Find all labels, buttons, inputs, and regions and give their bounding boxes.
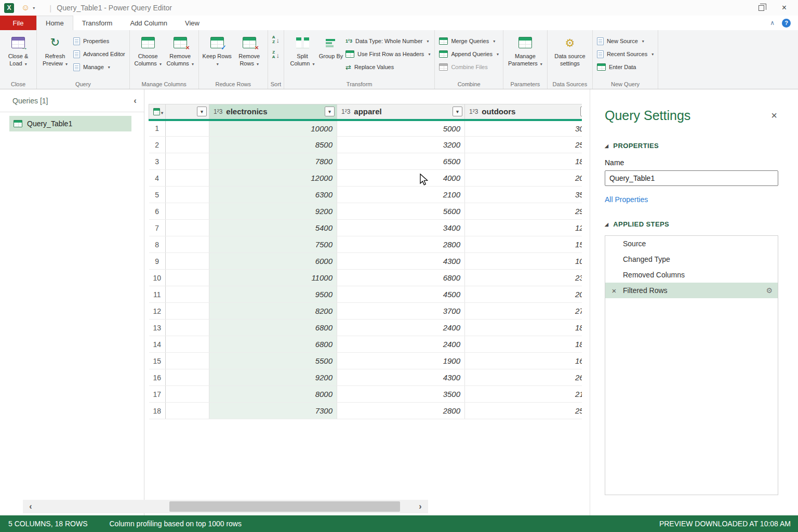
status-profiling-info[interactable]: Column profiling based on top 1000 rows <box>109 520 242 528</box>
apparel-cell[interactable]: 2100 <box>337 187 465 203</box>
tab-file[interactable]: File <box>0 16 36 30</box>
scroll-right-icon[interactable]: › <box>413 502 428 511</box>
row-number-cell[interactable]: 10 <box>149 270 166 286</box>
quick-access-dropdown-icon[interactable]: ▾ <box>33 6 35 10</box>
properties-button[interactable]: Properties <box>71 36 127 46</box>
blank-cell[interactable] <box>166 236 209 253</box>
row-number-cell[interactable]: 13 <box>149 320 166 336</box>
row-number-cell[interactable]: 6 <box>149 203 166 220</box>
row-number-cell[interactable]: 8 <box>149 236 166 253</box>
close-settings-pane-icon[interactable]: × <box>771 110 777 121</box>
tab-home[interactable]: Home <box>36 16 73 30</box>
blank-cell[interactable] <box>166 353 209 369</box>
horizontal-scrollbar[interactable]: ‹ › <box>23 500 428 513</box>
new-source-button[interactable]: New Source▾ <box>595 36 656 46</box>
applied-steps-section-header[interactable]: ◢ APPLIED STEPS <box>605 220 778 228</box>
group-by-button[interactable]: Group By <box>318 33 343 60</box>
use-first-row-as-headers-button[interactable]: Use First Row as Headers▾ <box>343 49 432 59</box>
enter-data-button[interactable]: Enter Data <box>595 62 656 72</box>
scroll-left-icon[interactable]: ‹ <box>23 502 38 511</box>
delete-step-icon[interactable]: × <box>605 286 623 295</box>
outdoors-cell[interactable]: 150 <box>465 236 582 253</box>
filter-dropdown-icon[interactable]: ▾ <box>580 107 582 116</box>
blank-cell[interactable] <box>166 303 209 320</box>
filter-dropdown-icon[interactable]: ▾ <box>453 107 462 116</box>
apparel-cell[interactable]: 6800 <box>337 270 465 286</box>
collapse-ribbon-icon[interactable]: ∧ <box>770 19 775 26</box>
scrollbar-track[interactable] <box>38 500 413 513</box>
electronics-cell[interactable]: 7300 <box>209 403 337 419</box>
apparel-cell[interactable]: 4300 <box>337 369 465 386</box>
outdoors-cell[interactable]: 200 <box>465 170 582 187</box>
apparel-cell[interactable]: 3700 <box>337 303 465 320</box>
choose-columns-button[interactable]: Choose Columns ▾ <box>132 33 164 68</box>
apparel-cell[interactable]: 2400 <box>337 320 465 336</box>
apparel-cell[interactable]: 4000 <box>337 170 465 187</box>
outdoors-cell[interactable]: 250 <box>465 137 582 153</box>
filter-dropdown-icon[interactable]: ▾ <box>197 107 207 116</box>
apparel-cell[interactable]: 3500 <box>337 386 465 403</box>
blank-cell[interactable] <box>166 286 209 303</box>
electronics-cell[interactable]: 6000 <box>209 253 337 270</box>
replace-values-button[interactable]: ⇄Replace Values <box>343 62 432 72</box>
advanced-editor-button[interactable]: Advanced Editor <box>71 49 127 59</box>
data-type-button[interactable]: 1²3Data Type: Whole Number▾ <box>343 36 432 46</box>
apparel-cell[interactable]: 3200 <box>337 137 465 153</box>
electronics-cell[interactable]: 6300 <box>209 187 337 203</box>
apparel-cell[interactable]: 5600 <box>337 203 465 220</box>
blank-cell[interactable] <box>166 253 209 270</box>
blank-cell[interactable] <box>166 203 209 220</box>
tab-add-column[interactable]: Add Column <box>121 16 176 30</box>
apparel-cell[interactable]: 4300 <box>337 253 465 270</box>
blank-cell[interactable] <box>166 153 209 170</box>
electronics-cell[interactable]: 7500 <box>209 236 337 253</box>
step-settings-gear-icon[interactable]: ⚙ <box>766 286 773 295</box>
outdoors-cell[interactable]: 180 <box>465 336 582 353</box>
table-corner-menu-button[interactable]: ▾ <box>149 104 166 120</box>
applied-step-filtered-rows[interactable]: ×Filtered Rows⚙ <box>605 283 778 298</box>
blank-cell[interactable] <box>166 320 209 336</box>
electronics-cell[interactable]: 9500 <box>209 286 337 303</box>
manage-parameters-button[interactable]: Manage Parameters ▾ <box>506 33 545 68</box>
column-header-outdoors[interactable]: 1²3outdoors▾ <box>465 104 582 120</box>
row-number-cell[interactable]: 18 <box>149 403 166 419</box>
electronics-cell[interactable]: 6800 <box>209 336 337 353</box>
blank-cell[interactable] <box>166 403 209 419</box>
row-number-cell[interactable]: 2 <box>149 137 166 153</box>
blank-cell[interactable] <box>166 120 209 137</box>
remove-rows-button[interactable]: × Remove Rows ▾ <box>233 33 265 68</box>
outdoors-cell[interactable]: 290 <box>465 203 582 220</box>
recent-sources-button[interactable]: Recent Sources▾ <box>595 49 656 59</box>
outdoors-cell[interactable]: 350 <box>465 187 582 203</box>
electronics-cell[interactable]: 9200 <box>209 369 337 386</box>
blank-cell[interactable] <box>166 137 209 153</box>
row-number-cell[interactable]: 16 <box>149 369 166 386</box>
data-source-settings-button[interactable]: ⚙ Data source settings <box>550 33 590 68</box>
row-number-cell[interactable]: 5 <box>149 187 166 203</box>
properties-section-header[interactable]: ◢ PROPERTIES <box>605 142 778 150</box>
query-name-input[interactable] <box>605 170 778 186</box>
electronics-cell[interactable]: 6800 <box>209 320 337 336</box>
blank-cell[interactable] <box>166 220 209 236</box>
row-number-cell[interactable]: 17 <box>149 386 166 403</box>
apparel-cell[interactable]: 2800 <box>337 403 465 419</box>
apparel-cell[interactable]: 2800 <box>337 236 465 253</box>
column-header-electronics[interactable]: 1²3electronics▾ <box>209 104 337 120</box>
scrollbar-thumb[interactable] <box>169 501 400 512</box>
apparel-cell[interactable]: 5000 <box>337 120 465 137</box>
blank-cell[interactable] <box>166 386 209 403</box>
electronics-cell[interactable]: 7800 <box>209 153 337 170</box>
smiley-icon[interactable]: ☺ <box>21 4 30 12</box>
manage-button[interactable]: Manage▾ <box>71 62 127 72</box>
electronics-cell[interactable]: 9200 <box>209 203 337 220</box>
remove-columns-button[interactable]: × Remove Columns ▾ <box>164 33 196 68</box>
restore-window-button[interactable] <box>759 5 764 11</box>
outdoors-cell[interactable]: 180 <box>465 153 582 170</box>
electronics-cell[interactable]: 8500 <box>209 137 337 153</box>
column-header-blank[interactable]: ▾ <box>166 104 209 120</box>
query-list-item-query-table1[interactable]: Query_Table1 <box>9 116 131 131</box>
tab-view[interactable]: View <box>176 16 208 30</box>
collapse-queries-pane-icon[interactable]: ‹ <box>134 96 137 106</box>
refresh-preview-button[interactable]: ↻ Refresh Preview ▾ <box>39 33 71 68</box>
tab-transform[interactable]: Transform <box>73 16 122 30</box>
